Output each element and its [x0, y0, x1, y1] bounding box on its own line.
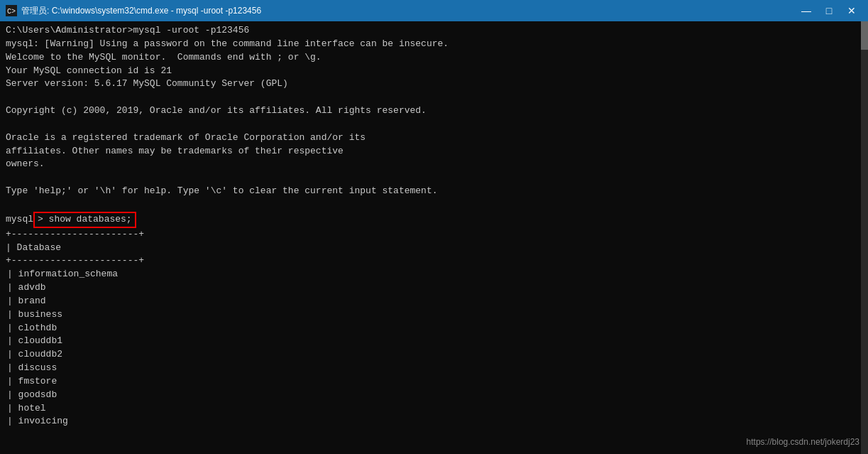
- scrollbar-thumb[interactable]: [861, 21, 868, 50]
- scrollbar[interactable]: [861, 21, 868, 454]
- cmd-icon: C>: [6, 5, 17, 16]
- window-controls: — □ ✕: [796, 3, 862, 18]
- db-clouddb1: | clouddb1: [6, 335, 862, 348]
- close-button[interactable]: ✕: [841, 3, 862, 18]
- db-discuss: | discuss: [6, 362, 862, 375]
- command-box[interactable]: > show databases;: [33, 212, 136, 228]
- maximize-button[interactable]: □: [818, 3, 840, 18]
- line-12: [6, 171, 862, 185]
- terminal-body: C:\Users\Administrator>mysql -uroot -p12…: [0, 21, 868, 454]
- watermark: https://blog.csdn.net/jokerdj23: [747, 436, 859, 448]
- db-fmstore: | fmstore: [6, 375, 862, 389]
- line-5: Server version: 5.6.17 MySQL Community S…: [6, 77, 862, 91]
- line-9: Oracle is a registered trademark of Orac…: [6, 131, 862, 145]
- separator-top: +-----------------------+: [6, 228, 862, 242]
- db-header: | Database: [6, 242, 862, 255]
- prompt-line: mysql > show databases;: [6, 212, 862, 228]
- prompt-text: mysql: [6, 213, 33, 227]
- minimize-button[interactable]: —: [796, 3, 817, 18]
- line-1: C:\Users\Administrator>mysql -uroot -p12…: [6, 24, 862, 38]
- line-6: [6, 91, 862, 104]
- line-10: affiliates. Other names may be trademark…: [6, 145, 862, 158]
- line-3: Welcome to the MySQL monitor. Commands e…: [6, 51, 862, 65]
- db-information-schema: | information_schema: [6, 268, 862, 281]
- db-hotel: | hotel: [6, 402, 862, 416]
- svg-text:C>: C>: [7, 8, 16, 16]
- separator-mid: +-----------------------+: [6, 254, 862, 268]
- window-title: 管理员: C:\windows\system32\cmd.exe - mysql…: [21, 5, 261, 17]
- db-invoicing: | invoicing: [6, 415, 862, 428]
- line-7: Copyright (c) 2000, 2019, Oracle and/or …: [6, 104, 862, 118]
- db-brand: | brand: [6, 295, 862, 308]
- line-13: Type 'help;' or '\h' for help. Type '\c'…: [6, 185, 862, 198]
- line-11: owners.: [6, 158, 862, 171]
- line-4: Your MySQL connection id is 21: [6, 65, 862, 78]
- db-clothdb: | clothdb: [6, 322, 862, 335]
- db-clouddb2: | clouddb2: [6, 348, 862, 362]
- titlebar-left: C> 管理员: C:\windows\system32\cmd.exe - my…: [6, 5, 261, 17]
- line-2: mysql: [Warning] Using a password on the…: [6, 38, 862, 51]
- db-business: | business: [6, 308, 862, 322]
- db-goodsdb: | goodsdb: [6, 389, 862, 402]
- line-14: [6, 198, 862, 212]
- line-8: [6, 118, 862, 131]
- db-advdb: | advdb: [6, 281, 862, 295]
- titlebar: C> 管理员: C:\windows\system32\cmd.exe - my…: [0, 0, 868, 21]
